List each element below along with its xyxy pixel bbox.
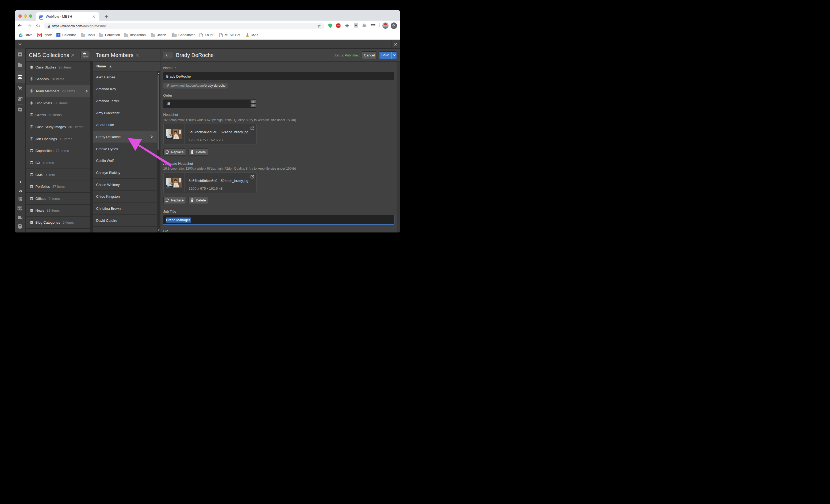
svg-text:ABP: ABP [337, 25, 340, 27]
